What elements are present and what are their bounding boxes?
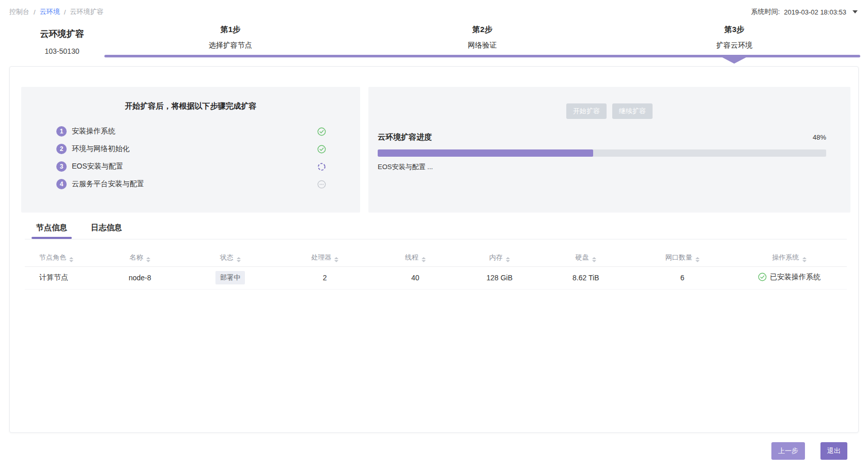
- table-header-row: 节点角色 名称 状态 处理器 线程 内存 硬盘 网口数量 操作系统: [25, 249, 847, 266]
- list-item: 1 安装操作系统: [21, 123, 360, 140]
- cell-name: node-8: [99, 266, 181, 289]
- breadcrumb-item-current: 云环境扩容: [70, 7, 103, 17]
- column-header-threads[interactable]: 线程: [370, 249, 460, 266]
- step-item-label: 云服务平台安装与配置: [72, 179, 317, 189]
- expansion-steps-title: 开始扩容后，将根据以下步骤完成扩容: [21, 101, 360, 111]
- progress-label: 云环境扩容进度: [378, 132, 813, 142]
- progress-fill: [378, 149, 593, 157]
- step-number-badge: 2: [56, 144, 67, 154]
- tab-log-info[interactable]: 日志信息: [86, 223, 127, 239]
- footer-actions: 上一步 退出: [771, 442, 847, 460]
- page-subtitle: 103-50130: [21, 47, 103, 55]
- page-title: 云环境扩容: [21, 28, 103, 40]
- wizard-active-step-indicator: [104, 57, 860, 64]
- os-status-text: 已安装操作系统: [770, 273, 820, 282]
- sort-icon: [69, 257, 73, 262]
- step-number-badge: 1: [56, 126, 67, 137]
- info-tabs: 节点信息 日志信息: [32, 223, 141, 239]
- wizard-step-2: 第2步 网络验证: [357, 25, 609, 50]
- cell-disk: 8.62 TiB: [538, 266, 633, 289]
- column-header-disk[interactable]: 硬盘: [538, 249, 633, 266]
- wizard-step-3: 第3步 扩容云环境: [608, 25, 860, 50]
- column-header-os[interactable]: 操作系统: [732, 249, 847, 266]
- system-time-dropdown[interactable]: 系统时间: 2019-03-02 18:03:53: [751, 7, 858, 17]
- system-time-value: 2019-03-02 18:03:53: [784, 8, 846, 16]
- start-expansion-button[interactable]: 开始扩容: [566, 103, 607, 119]
- wizard-steps: 第1步 选择扩容节点 第2步 网络验证 第3步 扩容云环境: [104, 25, 860, 50]
- cell-os: 已安装操作系统: [732, 266, 847, 289]
- status-badge: 部署中: [215, 271, 245, 284]
- sort-icon: [237, 257, 241, 262]
- cell-cpu: 2: [280, 266, 370, 289]
- chevron-down-icon: [853, 10, 858, 13]
- expansion-progress-panel: 开始扩容 继续扩容 云环境扩容进度 48% EOS安装与配置 ...: [368, 87, 850, 213]
- continue-expansion-button[interactable]: 继续扩容: [612, 103, 653, 119]
- wizard-step-1: 第1步 选择扩容节点: [104, 25, 357, 50]
- step-item-label: 安装操作系统: [72, 127, 317, 136]
- sort-icon: [802, 257, 807, 262]
- system-time-label: 系统时间:: [751, 7, 780, 17]
- column-header-status[interactable]: 状态: [181, 249, 280, 266]
- step-name: 扩容云环境: [608, 41, 860, 50]
- check-circle-icon: [317, 145, 326, 154]
- cell-memory: 128 GiB: [460, 266, 538, 289]
- step-number-badge: 4: [56, 179, 67, 189]
- step-name: 选择扩容节点: [104, 41, 357, 50]
- cell-role: 计算节点: [25, 266, 99, 289]
- table-row: 计算节点 node-8 部署中 2 40 128 GiB 8.62 TiB 6 …: [25, 266, 847, 289]
- sort-icon: [592, 257, 596, 262]
- step-label: 第1步: [104, 25, 357, 35]
- tabs-divider: [25, 239, 847, 239]
- cell-nics: 6: [633, 266, 732, 289]
- breadcrumb-separator: /: [64, 8, 66, 16]
- breadcrumb-separator: /: [34, 8, 36, 16]
- breadcrumb: 控制台 / 云环境 / 云环境扩容: [9, 7, 103, 17]
- pending-ellipsis-icon: [317, 180, 326, 189]
- column-header-role[interactable]: 节点角色: [25, 249, 99, 266]
- sort-icon: [146, 257, 150, 262]
- node-table: 节点角色 名称 状态 处理器 线程 内存 硬盘 网口数量 操作系统 计算节点 n…: [25, 249, 847, 290]
- list-item: 2 环境与网络初始化: [21, 140, 360, 158]
- progress-percent: 48%: [813, 133, 826, 141]
- spinner-icon: [317, 162, 326, 171]
- step-item-label: 环境与网络初始化: [72, 144, 317, 154]
- check-circle-icon: [317, 127, 326, 136]
- progress-bar: [378, 149, 826, 157]
- prev-step-button[interactable]: 上一步: [771, 442, 805, 460]
- check-circle-icon: [758, 273, 767, 281]
- sort-icon: [695, 257, 700, 262]
- expansion-steps-list: 1 安装操作系统 2 环境与网络初始化 3 EOS安装与配置: [21, 123, 360, 193]
- cell-status: 部署中: [181, 266, 280, 289]
- breadcrumb-item-cloud-env[interactable]: 云环境: [40, 7, 60, 17]
- progress-buttons-row: 开始扩容 继续扩容: [368, 103, 850, 119]
- breadcrumb-item-console[interactable]: 控制台: [9, 7, 29, 17]
- exit-button[interactable]: 退出: [820, 442, 847, 460]
- page-title-block: 云环境扩容 103-50130: [21, 28, 103, 55]
- expansion-steps-panel: 开始扩容后，将根据以下步骤完成扩容 1 安装操作系统 2 环境与网络初始化 3: [21, 87, 360, 213]
- sort-icon: [334, 257, 338, 262]
- step-name: 网络验证: [357, 41, 609, 50]
- column-header-memory[interactable]: 内存: [460, 249, 538, 266]
- arrow-down-indicator-icon: [722, 57, 746, 64]
- sort-icon: [506, 257, 510, 262]
- column-header-nics[interactable]: 网口数量: [633, 249, 732, 266]
- step-label: 第2步: [357, 25, 609, 35]
- list-item: 4 云服务平台安装与配置: [21, 175, 360, 193]
- step-number-badge: 3: [56, 161, 67, 172]
- progress-label-row: 云环境扩容进度 48%: [378, 132, 826, 142]
- list-item: 3 EOS安装与配置: [21, 158, 360, 175]
- cell-threads: 40: [370, 266, 460, 289]
- sort-icon: [422, 257, 426, 262]
- step-item-label: EOS安装与配置: [72, 162, 317, 171]
- progress-status-text: EOS安装与配置 ...: [378, 162, 433, 172]
- tab-node-info[interactable]: 节点信息: [32, 223, 72, 239]
- step-label: 第3步: [608, 25, 860, 35]
- main-card: 开始扩容后，将根据以下步骤完成扩容 1 安装操作系统 2 环境与网络初始化 3: [9, 66, 859, 433]
- column-header-cpu[interactable]: 处理器: [280, 249, 370, 266]
- column-header-name[interactable]: 名称: [99, 249, 181, 266]
